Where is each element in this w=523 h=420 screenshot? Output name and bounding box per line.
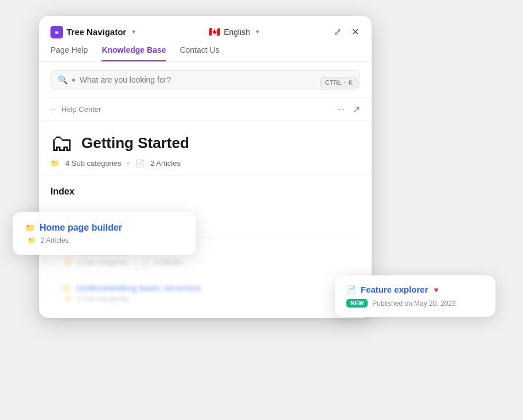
meta-separator: •	[134, 258, 136, 266]
search-dot	[72, 79, 75, 81]
more-options-icon[interactable]: ···	[337, 104, 345, 115]
nav-tabs: Page Help Knowledge Base Contact Us	[39, 38, 372, 62]
category-hero-row: 🗂 Getting Started	[50, 131, 360, 154]
new-badge: NEW	[346, 299, 368, 308]
lang-dropdown-arrow: ▼	[255, 29, 260, 35]
card-title-row: 📁 Home page builder	[25, 223, 184, 233]
flag-icon: 🇨🇦	[209, 26, 220, 37]
language-selector[interactable]: 🇨🇦 English ▼	[209, 26, 260, 37]
card-home-page-builder: 📁 Home page builder 📁 2 Articles	[13, 212, 196, 255]
category-title: Getting Started	[81, 134, 189, 152]
category-meta: 📁 4 Sub categories • 📄 2 Articles	[50, 159, 360, 168]
app-icon: ≡	[50, 26, 63, 38]
main-window: ≡ Tree Navigator ▼ 🇨🇦 English ▼ ⤢ ✕ CTRL…	[39, 16, 372, 318]
expand-button[interactable]: ⤢	[333, 25, 342, 38]
item-articles: 4 Articles	[154, 258, 182, 266]
tab-knowledge-base[interactable]: Knowledge Base	[102, 45, 166, 61]
item-folder-icon: 📁	[62, 283, 72, 293]
window-header: ≡ Tree Navigator ▼ 🇨🇦 English ▼ ⤢ ✕	[39, 16, 372, 38]
category-hero: 🗂 Getting Started 📁 4 Sub categories • 📄…	[39, 121, 372, 176]
app-icon-letter: ≡	[55, 29, 58, 36]
tab-page-help[interactable]: Page Help	[50, 45, 88, 61]
language-label: English	[224, 28, 250, 37]
item-sub-count: 4 Sub categories	[77, 258, 129, 266]
item-sub-icon: 📁	[64, 258, 73, 266]
published-text: Published on May 20, 2023	[372, 300, 455, 308]
list-item: 📁 Understanding basic structure 📁 4 Sub …	[50, 275, 360, 311]
card-articles-icon: 📁	[28, 236, 36, 244]
feature-doc-icon: 📄	[346, 285, 356, 294]
search-icon: 🔍	[58, 75, 68, 84]
meta-separator: •	[127, 159, 130, 168]
articles-count: 2 Articles	[150, 159, 181, 168]
card-meta: 📁 2 Articles	[25, 236, 184, 244]
back-arrow: ←	[50, 105, 58, 114]
card-feature-explorer: 📄 Feature explorer ♥ NEW Published on Ma…	[335, 275, 495, 317]
category-folder-icon: 🗂	[50, 131, 73, 154]
search-input[interactable]	[80, 75, 353, 84]
shortcut-badge: CTRL + K	[320, 77, 358, 88]
app-title: Tree Navigator	[67, 27, 126, 37]
close-button[interactable]: ✕	[350, 25, 360, 38]
header-right: ⤢ ✕	[333, 25, 360, 38]
title-dropdown-arrow[interactable]: ▼	[131, 29, 136, 35]
tab-contact-us[interactable]: Contact Us	[179, 45, 219, 61]
feature-meta-row: NEW Published on May 20, 2023	[346, 299, 484, 308]
sub-categories-count: 4 Sub categories	[65, 159, 122, 168]
articles-icon: 📄	[135, 159, 145, 168]
item-articles-icon: 📄	[140, 258, 149, 266]
sub-categories-icon: 📁	[50, 159, 60, 168]
external-link-icon[interactable]: ↗	[353, 104, 360, 115]
index-title: Index	[50, 186, 360, 197]
card-title[interactable]: Home page builder	[40, 223, 122, 233]
item-title: Understanding basic structure	[76, 283, 201, 293]
item-meta: 📁 4 Sub categories	[62, 295, 349, 303]
search-bar[interactable]: 🔍	[50, 70, 360, 90]
category-header-bar: ← Help Center ··· ↗	[39, 98, 372, 121]
item-title-row: 📁 Understanding basic structure	[62, 283, 349, 293]
item-meta: 📁 4 Sub categories • 📄 4 Articles	[62, 258, 349, 266]
heart-icon: ♥	[434, 285, 439, 294]
item-sub-icon: 📁	[64, 295, 73, 303]
bar-icons: ··· ↗	[337, 104, 360, 115]
feature-title-row: 📄 Feature explorer ♥	[346, 285, 484, 294]
feature-title[interactable]: Feature explorer	[361, 285, 428, 294]
back-link[interactable]: ← Help Center	[50, 105, 101, 114]
breadcrumb-label: Help Center	[61, 105, 101, 114]
item-sub-count: 4 Sub categories	[77, 295, 129, 303]
card-folder-icon: 📁	[25, 223, 35, 232]
header-left: ≡ Tree Navigator ▼	[50, 26, 136, 38]
card-articles: 2 Articles	[41, 236, 69, 244]
